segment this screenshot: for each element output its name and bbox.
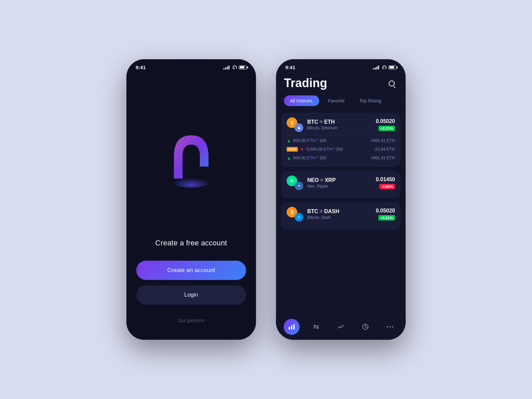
coin-icon-dash: D [295,213,303,221]
battery-fill-2 [389,66,394,68]
coin-icon-eth: ◆ [295,123,303,132]
divider [287,135,395,136]
coin-icons-btc-eth: ₿ ◆ [287,117,303,132]
logo-area [161,79,221,239]
search-icon [389,80,395,86]
nav-swap-button[interactable] [308,319,324,335]
status-icons [223,66,247,69]
svg-rect-2 [291,326,292,330]
coin-icons-btc-dash: ₿ D [287,207,303,221]
status-bar: 9:41 [126,59,256,73]
pair-subtitle-btc-dash: Bitcoin, Dash [307,215,376,220]
time-display-2: 9:41 [285,65,295,70]
nav-more-button[interactable] [382,319,398,335]
coin-icon-xrp: ✦ [295,182,303,190]
pair-name-btc-dash: BTC ⟳ DASH [307,208,376,214]
phone1-content: Create a free account Create an account … [126,73,256,340]
trade-result-2: -21.84 ETH [374,147,395,152]
svg-rect-1 [289,327,290,330]
trade-result-3: +891.41 ETH [370,156,395,160]
trade-info-2: 5,000.00 ETH * 200 [306,147,374,152]
trade-row-1: ▲ 600.00 ETH * 100 +891.41 ETH [287,136,395,145]
pair-price-area-neo-xrp: 0.01450 -0.62% [376,177,395,189]
login-button[interactable]: Login [136,285,246,305]
create-account-button[interactable]: Create an account [136,261,246,280]
trade-row-3: ▲ 600.00 ETH * 100 +891.41 ETH [287,154,395,162]
more-icon [387,326,393,328]
status-bar-2: 9:41 [276,59,406,73]
pair-card-btc-dash[interactable]: ₿ D BTC ⟳ DASH Bitcoin, Dash 0.05020 +0.… [281,202,400,229]
trade-info-3: 600.00 ETH * 100 [293,156,370,160]
pair-info-btc-eth: BTC ⟳ ETH Bitcoin, Etherium [307,119,376,130]
trade-row-2: RISK ▼ 5,000.00 ETH * 200 -21.84 ETH [287,145,395,154]
pair-info-neo-xrp: NEO ⟳ XRP Neo, Ripple [307,177,376,189]
tab-top-rising[interactable]: Top Rising [353,95,387,106]
svg-point-7 [392,326,393,328]
svg-point-6 [389,326,391,328]
app-logo [161,129,221,189]
pair-card-neo-xrp[interactable]: N ✦ NEO ⟳ XRP Neo, Ripple 0.01450 -0.62% [281,171,400,198]
pair-price-btc-dash: 0.05020 [376,208,395,214]
status-icons-2 [373,66,396,69]
pair-badge-btc-dash: +0.21% [378,215,395,220]
swap-icon [313,324,320,330]
pair-price-area-btc-dash: 0.05020 +0.21% [376,208,395,220]
phone-1: 9:41 [126,59,256,340]
partners-text: Our partners [178,318,204,323]
trading-pairs-list: ₿ ◆ BTC ⟳ ETH Bitcoin, Etherium 0.05020 … [276,113,406,309]
pair-subtitle-neo-xrp: Neo, Ripple [307,184,376,189]
pair-name-neo-xrp: NEO ⟳ XRP [307,177,376,183]
trend-icon [337,324,344,330]
arrow-up-icon: ▲ [287,138,291,143]
trading-title: Trading [284,76,327,90]
sync-icon: ⟳ [320,120,323,124]
wifi-icon-2 [381,66,386,69]
trade-info-1: 600.00 ETH * 100 [293,138,370,143]
phone-2: 9:41 Trading All Instrum. Favorite Top R… [276,59,406,340]
pair-header-neo-xrp: N ✦ NEO ⟳ XRP Neo, Ripple 0.01450 -0.62% [287,176,395,190]
nav-trend-button[interactable] [333,319,349,335]
pair-badge-btc-eth: +0.21% [378,126,395,131]
signal-icon [223,66,229,69]
chart-icon [288,324,295,330]
svg-rect-3 [293,324,295,330]
signal-icon-2 [373,66,379,69]
pair-header-btc-eth: ₿ ◆ BTC ⟳ ETH Bitcoin, Etherium 0.05020 … [287,117,395,132]
clock-icon [362,324,369,330]
search-button[interactable] [386,77,398,89]
coin-icons-neo-xrp: N ✦ [287,176,303,190]
pair-info-btc-dash: BTC ⟳ DASH Bitcoin, Dash [307,208,376,220]
trading-header: Trading [276,73,406,95]
sync-icon-2: ⟳ [320,178,324,183]
pair-price-area-btc-eth: 0.05020 +0.21% [376,118,395,131]
tabs-row: All Instrum. Favorite Top Rising [276,95,406,113]
nav-chart-button[interactable] [284,319,300,335]
tagline-text: Create a free account [155,239,227,247]
battery-icon-2 [388,66,396,69]
wifi-icon [231,66,237,69]
pair-badge-neo-xrp: -0.62% [379,184,395,189]
battery-icon [239,66,247,69]
svg-point-5 [387,326,388,328]
battery-fill [240,66,244,68]
nav-clock-button[interactable] [357,319,373,335]
trade-result-1: +891.41 ETH [370,138,395,143]
time-display: 9:41 [136,65,146,70]
pair-header-btc-dash: ₿ D BTC ⟳ DASH Bitcoin, Dash 0.05020 +0.… [287,207,395,221]
bottom-nav [276,313,406,340]
pair-price-btc-eth: 0.05020 [376,118,395,124]
pair-name-btc-eth: BTC ⟳ ETH [307,119,376,125]
tab-all-instruments[interactable]: All Instrum. [284,95,319,106]
tab-favorite[interactable]: Favorite [322,95,351,106]
pair-price-neo-xrp: 0.01450 [376,177,395,183]
risk-badge: RISK [287,147,298,152]
pair-card-btc-eth[interactable]: ₿ ◆ BTC ⟳ ETH Bitcoin, Etherium 0.05020 … [281,113,400,167]
arrow-up-icon-2: ▲ [287,155,291,161]
pair-subtitle-btc-eth: Bitcoin, Etherium [307,126,376,130]
sync-icon-3: ⟳ [320,209,323,214]
arrow-down-icon: ▼ [300,147,305,152]
